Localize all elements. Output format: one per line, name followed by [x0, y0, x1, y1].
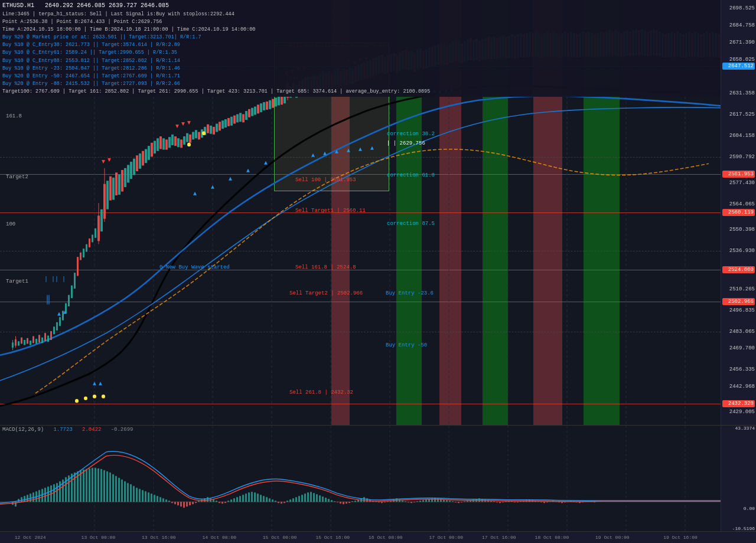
- svg-rect-358: [142, 490, 144, 502]
- ohlc-title: ETHUSD.H1 2640.292 2646.085 2639.727 264…: [2, 1, 718, 11]
- time-info: Time A:2024.10.15 18:00:00 | Time B:2024…: [2, 26, 718, 34]
- svg-rect-26: [50, 331, 52, 340]
- svg-text:▲: ▲: [335, 148, 339, 155]
- svg-text:▲: ▲: [359, 145, 363, 152]
- svg-rect-57: [136, 155, 138, 171]
- buy-line-item: Buy %20 @ Market price or at: 2633.501 |…: [2, 34, 718, 41]
- svg-rect-494: [543, 502, 545, 503]
- svg-text:▲: ▲: [93, 380, 97, 387]
- buy-line-item: Buy %10 @ Entry -23: 2504.047 || Target:…: [2, 65, 718, 73]
- svg-rect-19: [30, 341, 31, 345]
- svg-rect-406: [284, 502, 285, 503]
- info-bar: ETHUSD.H1 2640.292 2646.085 2639.727 264…: [0, 0, 721, 97]
- svg-rect-91: [236, 114, 239, 122]
- svg-rect-21: [35, 339, 37, 344]
- price-2631: 2631.358: [722, 90, 755, 96]
- svg-rect-18: [27, 338, 28, 344]
- svg-rect-39: [89, 238, 90, 247]
- svg-rect-82: [210, 126, 212, 134]
- macd-price-43: 43.3374: [735, 425, 755, 430]
- svg-rect-366: [165, 499, 167, 502]
- price-2671: 2671.390: [722, 40, 755, 45]
- svg-rect-450: [413, 502, 415, 502]
- svg-rect-330: [59, 481, 61, 502]
- svg-point-295: [84, 397, 87, 400]
- svg-rect-49: [112, 178, 115, 200]
- svg-rect-78: [198, 132, 200, 140]
- svg-rect-357: [139, 489, 141, 502]
- svg-rect-389: [233, 498, 235, 502]
- svg-rect-467: [464, 501, 465, 502]
- svg-rect-451: [416, 501, 418, 502]
- svg-rect-76: [192, 132, 194, 140]
- svg-rect-448: [408, 502, 409, 502]
- sell-100: Sell 100 | 2581.953: [295, 177, 356, 183]
- svg-rect-415: [310, 492, 312, 502]
- price-2581-highlight: 2581.953: [722, 171, 755, 178]
- svg-rect-81: [207, 125, 209, 133]
- svg-rect-408: [289, 499, 291, 502]
- svg-rect-453: [422, 500, 424, 502]
- svg-rect-478: [496, 502, 498, 502]
- svg-rect-93: [242, 114, 245, 122]
- svg-rect-375: [192, 502, 194, 504]
- svg-rect-22: [38, 335, 40, 342]
- svg-rect-404: [278, 502, 279, 503]
- svg-rect-94: [245, 111, 247, 120]
- svg-rect-28: [56, 322, 58, 331]
- svg-rect-410: [295, 497, 297, 502]
- svg-rect-40: [92, 235, 93, 243]
- sell-target1: Sell Target1 | 2560.11: [295, 208, 366, 214]
- macd-price-0: 0.00: [744, 505, 755, 511]
- svg-rect-403: [275, 501, 276, 502]
- svg-rect-59: [142, 151, 144, 166]
- sell-target2: Sell Target2 | 2502.966: [289, 290, 363, 296]
- svg-rect-359: [145, 491, 146, 502]
- correction-87: correction 87.5: [387, 221, 435, 227]
- svg-rect-362: [154, 495, 155, 502]
- svg-text:▲: ▲: [264, 159, 268, 166]
- buy-entry-23: Buy Entry -23.6: [386, 290, 434, 296]
- svg-rect-446: [402, 501, 403, 502]
- svg-rect-386: [224, 502, 226, 503]
- time-16oct-8: 16 Oct 08:00: [369, 535, 403, 540]
- svg-rect-368: [171, 502, 173, 503]
- svg-rect-407: [286, 501, 288, 502]
- svg-rect-32: [68, 295, 70, 306]
- svg-rect-342: [94, 468, 96, 502]
- svg-rect-464: [455, 502, 457, 502]
- svg-rect-393: [245, 493, 247, 502]
- svg-rect-83: [213, 127, 215, 135]
- svg-rect-373: [186, 502, 188, 506]
- svg-rect-401: [269, 498, 271, 502]
- svg-rect-347: [109, 473, 111, 502]
- svg-rect-430: [354, 501, 356, 502]
- svg-text:▲: ▲: [211, 184, 215, 191]
- target1-label: Target1: [6, 279, 28, 284]
- tick-markers: | || |: [44, 276, 66, 283]
- svg-rect-405: [281, 502, 282, 503]
- price-2658: 2658.025: [722, 57, 755, 63]
- svg-rect-67: [165, 139, 168, 149]
- svg-rect-481: [505, 501, 507, 502]
- svg-rect-69: [171, 135, 174, 145]
- svg-rect-344: [100, 469, 102, 502]
- svg-rect-326: [47, 486, 49, 502]
- svg-rect-33: [71, 286, 73, 298]
- macd-label: MACD(12,26,9) 1.7723 2.0422 -0.2699: [2, 427, 133, 433]
- svg-text:▼: ▼: [187, 119, 191, 126]
- svg-rect-340: [89, 469, 90, 502]
- svg-rect-65: [159, 136, 162, 149]
- price-2536: 2536.930: [722, 248, 755, 254]
- price-2524-highlight: 2524.800: [722, 266, 755, 273]
- svg-rect-35: [77, 257, 79, 276]
- svg-rect-38: [86, 244, 87, 252]
- svg-rect-20: [32, 336, 34, 344]
- svg-rect-350: [118, 478, 120, 502]
- time-12oct: 12 Oct 2024: [15, 535, 46, 540]
- svg-rect-341: [92, 468, 93, 502]
- svg-rect-402: [272, 499, 273, 502]
- svg-rect-388: [230, 499, 232, 502]
- svg-rect-391: [239, 496, 241, 502]
- buy-line-item: Buy %20 @ Entry -50: 2467.654 || Target:…: [2, 73, 718, 80]
